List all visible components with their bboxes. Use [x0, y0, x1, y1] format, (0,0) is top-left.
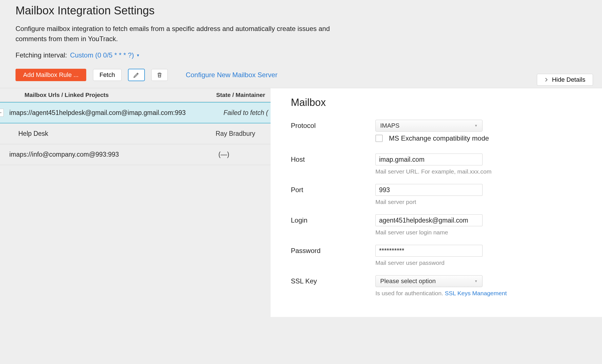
add-mailbox-rule-button[interactable]: Add Mailbox Rule ... [16, 69, 86, 81]
col-header-state: State / Maintainer [216, 92, 265, 98]
sslkey-hint-text: Is used for authentication. [375, 290, 443, 296]
panel-title: Mailbox [291, 97, 597, 108]
trash-icon [156, 72, 163, 78]
fetching-interval-label: Fetching interval: [16, 51, 67, 59]
password-input[interactable] [375, 245, 483, 257]
col-header-url: Mailbox Urls / Linked Projects [25, 92, 216, 98]
host-label: Host [291, 156, 375, 163]
fetch-button[interactable]: Fetch [93, 69, 121, 81]
exchange-label: MS Exchange compatibility mode [389, 134, 489, 142]
host-input[interactable] [375, 154, 483, 165]
sslkey-value: Please select option [380, 278, 436, 285]
password-hint: Mail server user password [375, 259, 597, 266]
protocol-select[interactable]: IMAPS ▼ [375, 120, 483, 132]
mailbox-url: imaps://agent451helpdesk@gmail.com@imap.… [9, 109, 223, 117]
mailbox-state: Failed to fetch ( [223, 109, 268, 117]
table-row[interactable]: imaps://agent451helpdesk@gmail.com@imap.… [0, 102, 271, 123]
chevron-right-icon [545, 78, 548, 82]
mailbox-state: (—) [218, 151, 229, 158]
table-header: Mailbox Urls / Linked Projects State / M… [0, 88, 271, 102]
table-row[interactable]: Help Desk Ray Bradbury [0, 123, 271, 144]
configure-new-mailbox-link[interactable]: Configure New Mailbox Server [186, 71, 277, 79]
linked-project: Help Desk [18, 130, 216, 137]
port-input[interactable] [375, 184, 483, 196]
sslkey-label: SSL Key [291, 277, 375, 285]
maintainer: Ray Bradbury [216, 130, 255, 137]
exchange-checkbox[interactable] [375, 135, 383, 142]
ssl-keys-management-link[interactable]: SSL Keys Management [445, 290, 507, 296]
collapse-toggle[interactable] [0, 109, 4, 117]
dropdown-caret-icon[interactable]: ▼ [136, 53, 140, 57]
chevron-down-icon: ▼ [474, 279, 478, 283]
protocol-label: Protocol [291, 122, 375, 130]
edit-button[interactable] [128, 69, 145, 81]
port-hint: Mail server port [375, 199, 597, 205]
hide-details-button[interactable]: Hide Details [537, 74, 593, 86]
protocol-value: IMAPS [380, 122, 399, 129]
host-hint: Mail server URL. For example, mail.xxx.c… [375, 168, 597, 175]
page-title: Mailbox Integration Settings [16, 4, 586, 17]
delete-button[interactable] [151, 69, 168, 81]
login-hint: Mail server user login name [375, 229, 597, 236]
mailbox-url: imaps://info@company.com@993:993 [9, 151, 218, 158]
login-label: Login [291, 216, 375, 224]
page-description: Configure mailbox integration to fetch e… [16, 24, 342, 44]
fetching-interval-value[interactable]: Custom (0 0/5 * * * ?) [70, 51, 134, 59]
login-input[interactable] [375, 214, 483, 226]
minus-icon [0, 112, 1, 113]
pencil-icon [133, 72, 140, 78]
sslkey-select[interactable]: Please select option ▼ [375, 275, 483, 287]
password-label: Password [291, 247, 375, 255]
fetching-interval-row: Fetching interval: Custom (0 0/5 * * * ?… [16, 51, 586, 59]
sslkey-hint: Is used for authentication. SSL Keys Man… [375, 290, 597, 297]
chevron-down-icon: ▼ [474, 124, 478, 128]
hide-details-label: Hide Details [552, 76, 585, 83]
table-row[interactable]: imaps://info@company.com@993:993 (—) [0, 144, 271, 165]
port-label: Port [291, 186, 375, 194]
